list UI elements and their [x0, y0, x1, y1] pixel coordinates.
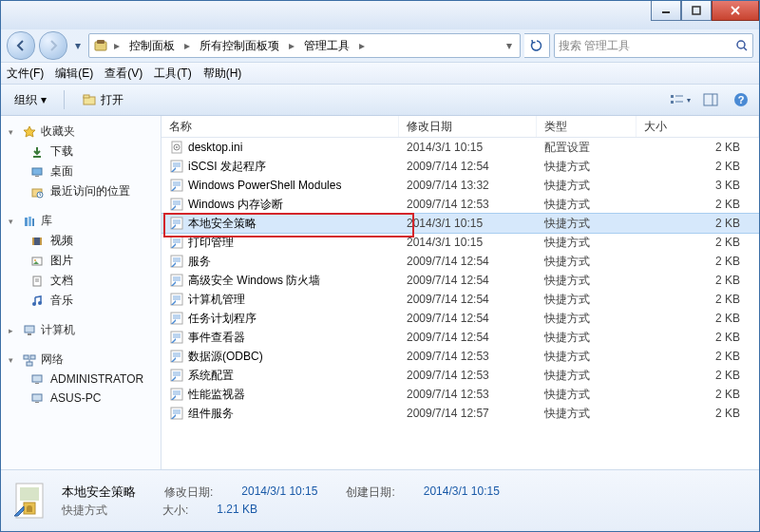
- nav-header-computer[interactable]: ▸计算机: [1, 320, 161, 340]
- breadcrumb-dropdown[interactable]: ▾: [503, 39, 516, 52]
- file-name: desktop.ini: [188, 141, 242, 154]
- close-button[interactable]: [712, 1, 759, 21]
- file-row[interactable]: 性能监视器2009/7/14 12:53快捷方式2 KB: [162, 385, 759, 404]
- file-row[interactable]: 本地安全策略2014/3/1 10:15快捷方式2 KB: [162, 214, 759, 233]
- svg-rect-23: [25, 218, 28, 226]
- cell-type: 快捷方式: [537, 349, 636, 365]
- nav-item[interactable]: 最近访问的位置: [1, 181, 161, 201]
- nav-item[interactable]: 文档: [1, 271, 161, 291]
- cell-type: 快捷方式: [537, 387, 636, 403]
- desktop-icon: [29, 164, 45, 180]
- tools-icon: [93, 38, 108, 53]
- file-row[interactable]: Windows PowerShell Modules2009/7/14 13:3…: [162, 176, 759, 195]
- cell-name: 服务: [162, 254, 399, 270]
- shortcut-icon: [169, 159, 184, 174]
- breadcrumb-item[interactable]: 管理工具: [300, 38, 353, 54]
- history-dropdown[interactable]: ▾: [71, 36, 85, 55]
- search-icon: [735, 39, 749, 52]
- file-row[interactable]: 组件服务2009/7/14 12:57快捷方式2 KB: [162, 404, 759, 423]
- menu-help[interactable]: 帮助(H): [203, 66, 242, 82]
- address-bar: ▾ ▸ 控制面板 ▸ 所有控制面板项 ▸ 管理工具 ▸ ▾ 搜索 管理工具: [1, 29, 759, 62]
- file-row[interactable]: 打印管理2014/3/1 10:15快捷方式2 KB: [162, 233, 759, 252]
- cell-name: 事件查看器: [162, 330, 399, 346]
- nav-item[interactable]: 音乐: [1, 291, 161, 311]
- nav-group-network: ▾网络 ADMINISTRATORASUS-PC: [1, 350, 161, 408]
- cell-size: 2 KB: [636, 388, 759, 401]
- recent-icon: [29, 184, 45, 200]
- nav-item[interactable]: 桌面: [1, 162, 161, 181]
- shortcut-icon: [169, 368, 184, 383]
- file-name: 服务: [188, 254, 211, 270]
- file-row[interactable]: 系统配置2009/7/14 12:53快捷方式2 KB: [162, 366, 759, 385]
- menu-edit[interactable]: 编辑(E): [55, 66, 93, 82]
- back-button[interactable]: [7, 31, 35, 60]
- menu-file[interactable]: 文件(F): [7, 66, 44, 82]
- file-list[interactable]: desktop.ini2014/3/1 10:15配置设置2 KBiSCSI 发…: [162, 138, 759, 469]
- breadcrumb[interactable]: ▸ 控制面板 ▸ 所有控制面板项 ▸ 管理工具 ▸ ▾: [88, 33, 521, 58]
- cell-type: 配置设置: [537, 140, 636, 156]
- view-options-button[interactable]: ▾: [670, 89, 691, 110]
- cell-size: 2 KB: [636, 217, 759, 230]
- open-button[interactable]: 打开: [76, 90, 129, 110]
- nav-item-label: ASUS-PC: [50, 391, 101, 405]
- nav-item[interactable]: 图片: [1, 251, 161, 271]
- svg-rect-68: [173, 333, 180, 338]
- nav-header-libraries[interactable]: ▾库: [1, 211, 161, 231]
- cell-name: 高级安全 Windows 防火墙: [162, 273, 399, 289]
- column-name[interactable]: 名称: [162, 116, 399, 137]
- breadcrumb-item[interactable]: 控制面板: [125, 38, 179, 54]
- file-row[interactable]: 服务2009/7/14 12:54快捷方式2 KB: [162, 252, 759, 271]
- file-row[interactable]: 高级安全 Windows 防火墙2009/7/14 12:54快捷方式2 KB: [162, 271, 759, 290]
- nav-item-label: 图片: [50, 253, 73, 269]
- file-row[interactable]: 数据源(ODBC)2009/7/14 12:53快捷方式2 KB: [162, 347, 759, 366]
- titlebar[interactable]: [1, 1, 759, 29]
- breadcrumb-item[interactable]: 所有控制面板项: [196, 38, 283, 54]
- svg-rect-54: [173, 200, 180, 205]
- shortcut-icon: [169, 406, 184, 421]
- file-row[interactable]: Windows 内存诊断2009/7/14 12:53快捷方式2 KB: [162, 195, 759, 214]
- shortcut-icon: [169, 349, 184, 364]
- file-row[interactable]: desktop.ini2014/3/1 10:15配置设置2 KB: [162, 138, 759, 157]
- file-row[interactable]: 计算机管理2009/7/14 12:54快捷方式2 KB: [162, 290, 759, 309]
- nav-item[interactable]: ASUS-PC: [1, 389, 161, 408]
- shortcut-icon: [169, 387, 184, 402]
- minimize-button[interactable]: [651, 1, 681, 21]
- shortcut-icon: [169, 292, 184, 307]
- details-subtitle: 快捷方式: [62, 503, 107, 519]
- refresh-button[interactable]: [524, 33, 550, 58]
- forward-button[interactable]: [39, 31, 67, 60]
- svg-rect-38: [24, 355, 28, 359]
- column-type[interactable]: 类型: [537, 116, 636, 137]
- file-row[interactable]: iSCSI 发起程序2009/7/14 12:54快捷方式2 KB: [162, 157, 759, 176]
- nav-header-favorites[interactable]: ▾收藏夹: [1, 122, 161, 142]
- help-button[interactable]: ?: [731, 89, 751, 110]
- menu-tools[interactable]: 工具(T): [154, 66, 191, 82]
- shortcut-icon: [169, 197, 184, 212]
- nav-item[interactable]: 视频: [1, 231, 161, 251]
- svg-rect-5: [97, 40, 104, 44]
- file-row[interactable]: 事件查看器2009/7/14 12:54快捷方式2 KB: [162, 328, 759, 347]
- nav-item[interactable]: ADMINISTRATOR: [1, 370, 161, 389]
- file-name: Windows PowerShell Modules: [188, 179, 341, 192]
- maximize-button[interactable]: [681, 1, 712, 21]
- file-name: 任务计划程序: [188, 311, 256, 327]
- column-size[interactable]: 大小: [636, 116, 759, 137]
- svg-rect-62: [173, 276, 180, 281]
- cell-name: Windows PowerShell Modules: [162, 178, 399, 193]
- star-icon: [22, 124, 37, 140]
- search-input[interactable]: 搜索 管理工具: [554, 33, 753, 58]
- cell-date: 2009/7/14 12:54: [399, 312, 537, 325]
- cell-type: 快捷方式: [537, 273, 636, 289]
- nav-item[interactable]: 下载: [1, 142, 161, 162]
- file-row[interactable]: 任务计划程序2009/7/14 12:54快捷方式2 KB: [162, 309, 759, 328]
- organize-button[interactable]: 组织 ▾: [9, 90, 52, 110]
- nav-header-network[interactable]: ▾网络: [1, 350, 161, 370]
- nav-group-favorites: ▾收藏夹 下载桌面最近访问的位置: [1, 122, 161, 201]
- column-date[interactable]: 修改日期: [399, 116, 537, 137]
- svg-rect-60: [173, 257, 180, 262]
- menu-view[interactable]: 查看(V): [104, 66, 142, 82]
- svg-rect-25: [32, 218, 34, 226]
- preview-pane-button[interactable]: [700, 89, 721, 110]
- cell-size: 2 KB: [636, 141, 759, 154]
- cell-date: 2009/7/14 12:53: [399, 369, 537, 382]
